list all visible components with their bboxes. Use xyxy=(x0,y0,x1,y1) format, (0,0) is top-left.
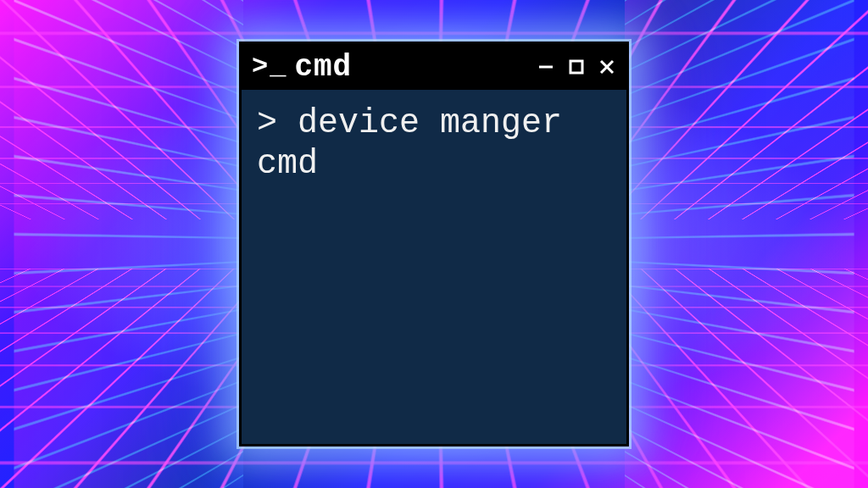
bg-wall-left xyxy=(14,0,242,488)
bg-wall-right xyxy=(625,0,854,488)
cmd-window: >_ cmd > device manger cmd xyxy=(239,42,629,446)
prompt-icon: >_ xyxy=(252,53,287,80)
prompt-symbol: > xyxy=(257,104,298,142)
close-icon xyxy=(598,58,616,76)
command-line: > device manger cmd xyxy=(257,103,611,185)
maximize-icon xyxy=(568,58,585,75)
minimize-icon xyxy=(537,58,554,75)
close-button[interactable] xyxy=(598,53,616,81)
window-titlebar[interactable]: >_ cmd xyxy=(242,44,626,90)
svg-rect-1 xyxy=(570,61,582,73)
command-text: device manger cmd xyxy=(257,104,582,183)
maximize-button[interactable] xyxy=(567,53,586,81)
window-title: cmd xyxy=(294,50,352,85)
terminal-body[interactable]: > device manger cmd xyxy=(242,90,626,444)
minimize-button[interactable] xyxy=(537,53,555,81)
window-controls xyxy=(537,53,616,81)
